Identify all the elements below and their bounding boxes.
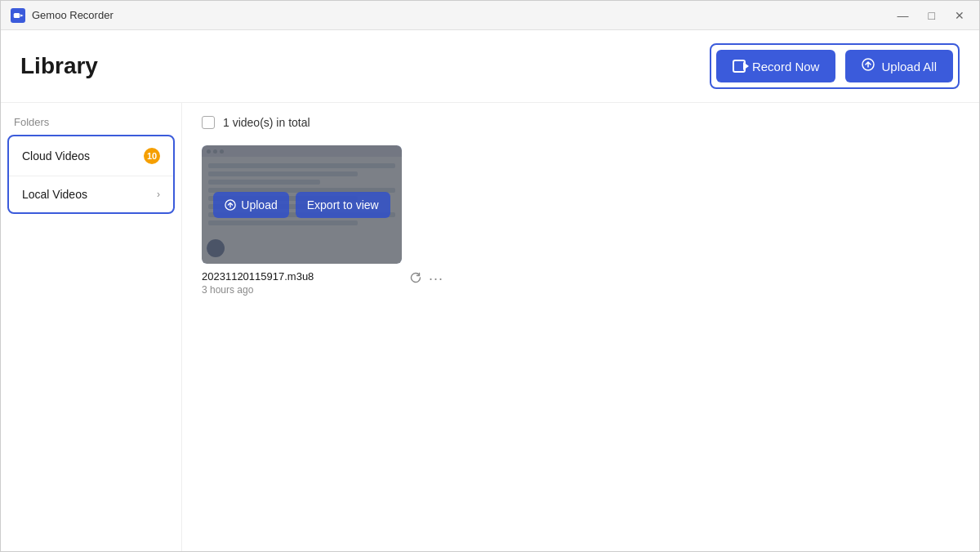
video-info: 20231120115917.m3u8 3 hours ago ··· bbox=[202, 270, 443, 296]
nav-item-left-local: Local Videos bbox=[22, 188, 87, 201]
video-details: 20231120115917.m3u8 3 hours ago bbox=[202, 270, 314, 296]
upload-button-label: Upload bbox=[241, 198, 277, 211]
sidebar-section-title: Folders bbox=[1, 116, 181, 135]
titlebar-left: Gemoo Recorder bbox=[11, 8, 114, 23]
cloud-videos-badge: 10 bbox=[144, 148, 160, 164]
video-time: 3 hours ago bbox=[202, 284, 314, 296]
page-title: Library bbox=[20, 53, 98, 79]
window-controls: — □ ✕ bbox=[893, 7, 969, 24]
sidebar: Folders Cloud Videos 10 Local Videos › bbox=[1, 103, 182, 552]
titlebar: Gemoo Recorder — □ ✕ bbox=[1, 1, 979, 30]
video-grid: Upload Export to view 20231120115917.m3u… bbox=[202, 145, 960, 296]
upload-button[interactable]: Upload bbox=[213, 192, 288, 218]
upload-icon bbox=[862, 58, 875, 74]
video-thumbnail[interactable]: Upload Export to view bbox=[202, 145, 402, 264]
maximize-button[interactable]: □ bbox=[924, 7, 940, 24]
more-options-icon[interactable]: ··· bbox=[429, 270, 443, 287]
export-to-view-button[interactable]: Export to view bbox=[296, 192, 390, 218]
select-all-checkbox[interactable] bbox=[202, 116, 215, 129]
app-body: Library Record Now Upload All bbox=[1, 30, 979, 552]
local-videos-label: Local Videos bbox=[22, 188, 87, 201]
export-button-label: Export to view bbox=[307, 198, 379, 211]
video-filename: 20231120115917.m3u8 bbox=[202, 270, 314, 283]
close-button[interactable]: ✕ bbox=[950, 7, 969, 24]
upload-all-label: Upload All bbox=[881, 60, 937, 73]
main-content: 1 video(s) in total bbox=[182, 103, 979, 552]
refresh-icon[interactable] bbox=[409, 271, 422, 287]
nav-item-left: Cloud Videos bbox=[22, 149, 90, 162]
video-actions: ··· bbox=[409, 270, 443, 287]
sidebar-item-local-videos[interactable]: Local Videos › bbox=[9, 176, 173, 212]
video-count: 1 video(s) in total bbox=[223, 116, 310, 129]
content-header: 1 video(s) in total bbox=[202, 116, 960, 129]
header: Library Record Now Upload All bbox=[1, 30, 979, 103]
upload-overlay-icon bbox=[225, 199, 236, 211]
header-actions: Record Now Upload All bbox=[710, 43, 960, 89]
record-icon bbox=[733, 60, 746, 73]
app-logo bbox=[11, 8, 25, 23]
app-title: Gemoo Recorder bbox=[32, 9, 114, 21]
sidebar-item-cloud-videos[interactable]: Cloud Videos 10 bbox=[9, 136, 173, 176]
svg-rect-1 bbox=[14, 13, 20, 18]
chevron-right-icon: › bbox=[157, 189, 160, 200]
table-row: Upload Export to view 20231120115917.m3u… bbox=[202, 145, 443, 296]
cloud-videos-label: Cloud Videos bbox=[22, 149, 90, 162]
minimize-button[interactable]: — bbox=[893, 7, 914, 24]
record-now-button[interactable]: Record Now bbox=[716, 50, 836, 82]
sidebar-nav: Cloud Videos 10 Local Videos › bbox=[7, 135, 175, 214]
video-overlay: Upload Export to view bbox=[202, 145, 402, 264]
content-area: Folders Cloud Videos 10 Local Videos › bbox=[1, 103, 979, 552]
upload-all-button[interactable]: Upload All bbox=[845, 50, 953, 82]
record-now-label: Record Now bbox=[752, 60, 820, 73]
